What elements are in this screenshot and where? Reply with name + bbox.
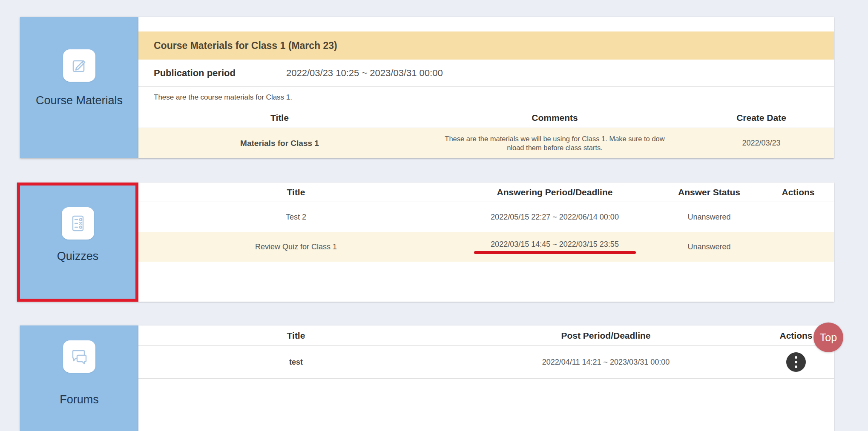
forum-row[interactable]: test 2022/04/11 14:21 ~ 2023/03/31 00:00 [138,346,834,379]
quiz-title[interactable]: Test 2 [138,202,454,232]
forums-tile[interactable]: Forums [20,325,138,431]
course-materials-description: These are the course materials for Class… [138,87,834,108]
quiz-period-text: 2022/03/15 14:45 ~ 2022/03/15 23:55 [491,240,619,249]
forums-tile-label: Forums [20,393,138,406]
quiz-row[interactable]: Review Quiz for Class 1 2022/03/15 14:45… [138,232,834,262]
course-materials-band[interactable]: Course Materials for Class 1 (March 23) [138,31,834,60]
course-materials-band-title: Course Materials for Class 1 (March 23) [154,40,337,51]
course-materials-tile[interactable]: Course Materials [20,17,138,158]
quiz-period: 2022/03/15 14:45 ~ 2022/03/15 23:55 [454,232,656,262]
quizzes-col-status: Answer Status [656,183,762,202]
quizzes-tile-highlight[interactable]: Quizzes [17,183,138,302]
material-title[interactable]: Materials for Class 1 [138,128,421,158]
forums-panel-empty-area [138,379,834,431]
quizzes-table-header: Title Answering Period/Deadline Answer S… [138,183,834,202]
quizzes-panel-empty-area [138,262,834,302]
scroll-to-top-button[interactable]: Top [813,323,843,352]
forum-period: 2022/04/11 14:21 ~ 2023/03/31 00:00 [454,346,758,378]
quizzes-panel: Title Answering Period/Deadline Answer S… [138,183,834,302]
materials-col-title: Title [138,108,421,128]
quizzes-tile-label: Quizzes [20,249,135,263]
course-materials-panel: Course Materials for Class 1 (March 23) … [138,17,834,158]
forums-section: Forums Title Post Period/Deadline Action… [0,325,868,431]
quizzes-col-period: Answering Period/Deadline [454,183,656,202]
quiz-period: 2022/05/15 22:27 ~ 2022/06/14 00:00 [454,202,656,232]
edit-icon [63,49,95,82]
quiz-actions [762,202,834,232]
material-comments: These are the materials we will be using… [421,128,689,158]
kebab-menu-icon[interactable] [786,352,806,372]
publication-period-value: 2022/03/23 10:25 ~ 2023/03/31 00:00 [286,68,443,79]
forums-col-period: Post Period/Deadline [454,325,758,345]
forums-panel: Title Post Period/Deadline Actions test … [138,325,834,431]
red-underline-annotation [474,251,636,254]
quizzes-section: Quizzes Title Answering Period/Deadline … [0,183,868,302]
quiz-status: Unanswered [656,202,762,232]
course-materials-section: Course Materials Course Materials for Cl… [0,17,868,158]
quizzes-col-title: Title [138,183,454,202]
forums-table-header: Title Post Period/Deadline Actions [138,325,834,346]
quiz-status: Unanswered [656,232,762,262]
quiz-title[interactable]: Review Quiz for Class 1 [138,232,454,262]
forum-icon [63,340,95,373]
forum-title[interactable]: test [138,346,454,378]
forums-col-title: Title [138,325,454,345]
material-row[interactable]: Materials for Class 1 These are the mate… [138,128,834,158]
quizzes-col-actions: Actions [762,183,834,202]
materials-col-create-date: Create Date [689,108,834,128]
publication-period-row: Publication period 2022/03/23 10:25 ~ 20… [138,60,834,87]
quiz-actions [762,232,834,262]
material-create-date: 2022/03/23 [689,128,834,158]
quiz-row[interactable]: Test 2 2022/05/15 22:27 ~ 2022/06/14 00:… [138,202,834,232]
materials-table-header: Title Comments Create Date [138,108,834,128]
materials-col-comments: Comments [421,108,689,128]
quiz-icon [62,207,94,240]
course-materials-tile-label: Course Materials [20,94,138,107]
publication-period-label: Publication period [138,68,286,79]
panel-padding [138,17,834,31]
